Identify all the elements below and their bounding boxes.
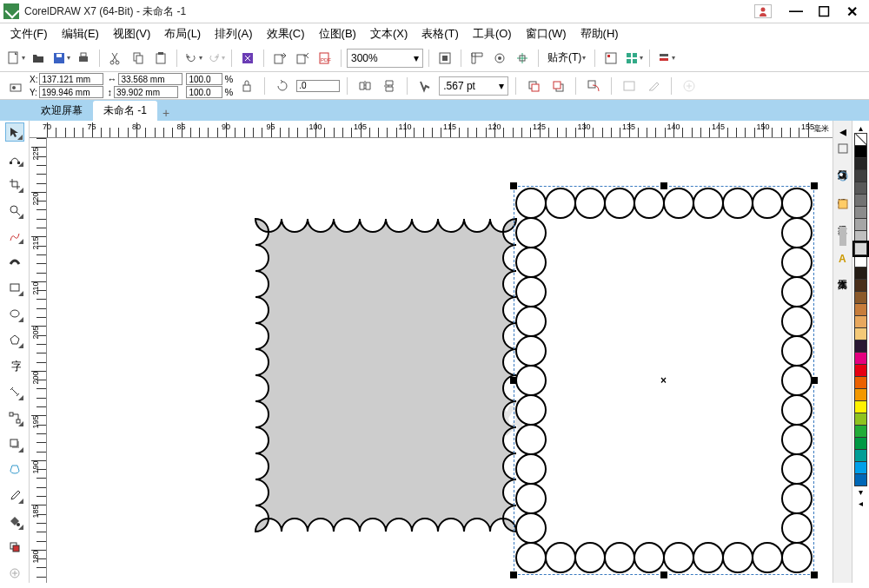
color-swatch[interactable] xyxy=(854,473,867,486)
freehand-tool[interactable] xyxy=(5,227,24,246)
width-input[interactable] xyxy=(118,73,182,85)
options-palette-icon[interactable]: ▾ xyxy=(655,48,676,69)
color-swatch[interactable] xyxy=(854,279,867,292)
menu-layout[interactable]: 布局(L) xyxy=(157,24,208,43)
menu-edit[interactable]: 编辑(E) xyxy=(55,24,106,43)
menu-window[interactable]: 窗口(W) xyxy=(519,24,574,43)
paste-icon[interactable] xyxy=(150,48,171,69)
add-icon[interactable] xyxy=(679,76,700,96)
app-launcher-icon[interactable]: ▾ xyxy=(623,48,644,69)
selection-handle[interactable] xyxy=(660,571,667,578)
scale-y-input[interactable] xyxy=(186,86,222,98)
ellipse-tool[interactable] xyxy=(5,304,24,323)
color-swatch[interactable] xyxy=(854,303,867,316)
connector-tool[interactable] xyxy=(5,408,24,427)
docker-tab-text-properties[interactable]: 文本属性 xyxy=(834,268,851,275)
stamp-shape[interactable] xyxy=(255,219,516,532)
redo-icon[interactable]: ▾ xyxy=(205,48,226,69)
crop-tool[interactable] xyxy=(5,175,24,194)
menu-bitmaps[interactable]: 位图(B) xyxy=(312,24,363,43)
tab-welcome[interactable]: 欢迎屏幕 xyxy=(30,101,93,121)
menu-table[interactable]: 表格(T) xyxy=(415,24,466,43)
snap-to-dropdown[interactable]: 贴齐(T) ▾ xyxy=(544,50,589,65)
color-swatch[interactable] xyxy=(854,230,867,243)
convert-to-curves-icon[interactable] xyxy=(583,76,604,96)
wrap-text-icon[interactable] xyxy=(619,76,640,96)
selection-handle[interactable] xyxy=(510,182,517,189)
minimize-button[interactable]: — xyxy=(782,2,810,21)
color-swatch[interactable] xyxy=(854,340,867,353)
publish-pdf-icon[interactable]: PDF xyxy=(315,48,335,69)
selection-handle[interactable] xyxy=(811,182,818,189)
show-guidelines-icon[interactable] xyxy=(512,48,533,69)
import-icon[interactable] xyxy=(269,48,290,69)
color-swatch[interactable] xyxy=(854,267,867,280)
color-swatch[interactable] xyxy=(854,425,867,438)
color-swatch[interactable] xyxy=(854,169,867,182)
menu-file[interactable]: 文件(F) xyxy=(3,24,55,43)
show-grid-icon[interactable] xyxy=(489,48,510,69)
palette-down-arrow[interactable]: ▾ xyxy=(854,486,867,498)
color-swatch[interactable] xyxy=(854,376,867,389)
open-icon[interactable] xyxy=(28,48,49,69)
color-swatch[interactable] xyxy=(854,206,867,219)
color-swatch[interactable] xyxy=(854,413,867,426)
add-tool-button[interactable] xyxy=(5,564,24,583)
docker-tab-lens[interactable]: 透镜 xyxy=(834,187,851,194)
smart-fill-tool[interactable] xyxy=(5,538,24,557)
palette-flyout-arrow[interactable]: ◂ xyxy=(854,498,867,509)
user-avatar[interactable] xyxy=(754,4,772,18)
export-icon[interactable] xyxy=(292,48,313,69)
hints-icon[interactable] xyxy=(836,197,850,211)
mirror-horizontal-icon[interactable] xyxy=(355,76,375,96)
color-swatch[interactable] xyxy=(854,242,867,255)
x-position-input[interactable] xyxy=(39,73,103,85)
copy-icon[interactable] xyxy=(128,48,149,69)
selection-handle[interactable] xyxy=(660,182,667,189)
interactive-fill-tool[interactable] xyxy=(5,512,24,531)
y-position-input[interactable] xyxy=(39,86,103,98)
search-content-icon[interactable] xyxy=(237,48,258,69)
show-rulers-icon[interactable] xyxy=(467,48,488,69)
zoom-tool[interactable] xyxy=(5,201,24,220)
menu-effects[interactable]: 效果(C) xyxy=(260,24,312,43)
menu-arrange[interactable]: 排列(A) xyxy=(208,24,259,43)
transparency-tool[interactable] xyxy=(5,460,24,479)
menu-text[interactable]: 文本(X) xyxy=(363,24,415,43)
pick-tool[interactable] xyxy=(5,122,24,142)
color-swatch[interactable] xyxy=(854,364,867,377)
docker-tab-hints[interactable]: 提示 xyxy=(834,215,851,221)
edit-icon[interactable] xyxy=(643,76,664,96)
no-color-swatch[interactable] xyxy=(854,133,867,146)
drawing-area[interactable]: GX | 网 system.com xyxy=(47,138,833,583)
rectangle-tool[interactable] xyxy=(5,278,24,297)
color-swatch[interactable] xyxy=(854,437,867,450)
expand-docker-icon[interactable]: ◂ xyxy=(836,124,850,138)
shape-tool[interactable] xyxy=(5,149,24,168)
maximize-button[interactable]: ☐ xyxy=(810,2,838,21)
docker-tab-object-properties[interactable]: 对象属性 xyxy=(834,159,851,166)
selection-handle[interactable] xyxy=(811,571,818,578)
color-swatch[interactable] xyxy=(854,400,867,413)
selection-handle[interactable] xyxy=(811,377,818,384)
undo-icon[interactable]: ▾ xyxy=(182,48,203,69)
selection-handle[interactable] xyxy=(510,571,517,578)
rotation-input[interactable] xyxy=(296,80,340,92)
color-swatch[interactable] xyxy=(854,461,867,474)
color-swatch[interactable] xyxy=(854,254,867,268)
zoom-level-select[interactable]: 300%▾ xyxy=(347,49,423,68)
cut-icon[interactable] xyxy=(105,48,126,69)
horizontal-ruler[interactable]: 毫米 7075808590951001051101151201251301351… xyxy=(30,121,833,138)
color-swatch[interactable] xyxy=(854,315,867,328)
outline-width-select[interactable]: .567 pt▾ xyxy=(439,76,508,96)
color-swatch[interactable] xyxy=(854,182,867,195)
options-icon[interactable] xyxy=(600,48,621,69)
color-swatch[interactable] xyxy=(854,157,867,170)
tab-document[interactable]: 未命名 -1 xyxy=(93,101,157,121)
color-eyedropper-tool[interactable] xyxy=(5,486,24,505)
color-swatch[interactable] xyxy=(854,145,867,158)
artistic-media-tool[interactable] xyxy=(5,252,24,271)
close-button[interactable]: ✕ xyxy=(838,2,866,21)
scale-x-input[interactable] xyxy=(186,73,222,85)
color-swatch[interactable] xyxy=(854,194,867,207)
